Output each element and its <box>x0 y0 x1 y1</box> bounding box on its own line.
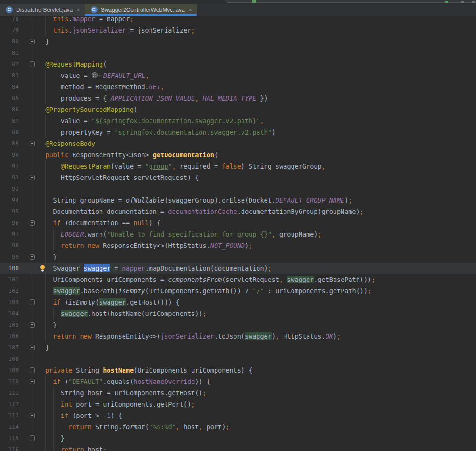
code-line[interactable]: 90 public ResponseEntity<Json> getDocume… <box>0 149 476 161</box>
code-text[interactable]: value = "${springfox.documentation.swagg… <box>38 115 264 127</box>
code-line[interactable]: 109 private String hostName(UriComponent… <box>0 365 476 376</box>
code-text[interactable]: swagger.basePath(isEmpty(uriComponents.g… <box>38 285 371 297</box>
code-text[interactable]: Swagger swagger = mapper.mapDocumentatio… <box>38 263 272 274</box>
code-line[interactable]: 94 String groupName = ofNullable(swagger… <box>0 195 476 206</box>
code-line[interactable]: 115 } <box>0 433 476 444</box>
code-line[interactable]: 93 <box>0 183 476 195</box>
code-line[interactable]: 112 int port = uriComponents.getPort(); <box>0 399 476 410</box>
token-d: value = <box>38 72 92 79</box>
code-line[interactable]: 96 if (documentation == null) { <box>0 217 476 229</box>
fold-end-icon[interactable] <box>30 39 35 44</box>
toolbar-icon[interactable] <box>461 1 464 3</box>
code-line[interactable]: 100 Swagger swagger = mapper.mapDocument… <box>0 263 476 274</box>
code-text[interactable]: } <box>38 36 49 47</box>
code-text[interactable]: int port = uriComponents.getPort(); <box>38 399 195 410</box>
fold-range-line <box>33 93 33 104</box>
code-text[interactable]: value = DEFAULT_URL, <box>38 70 149 81</box>
code-line[interactable]: 81 <box>0 47 476 59</box>
tab-swagger2controllerwebmvc[interactable]: C Swagger2ControllerWebMvc.java × <box>85 4 197 16</box>
code-text[interactable]: if (isEmpty(swagger.getHost())) { <box>38 297 180 308</box>
run-search-widget[interactable] <box>225 0 476 3</box>
code-line[interactable]: 83 value = DEFAULT_URL, <box>0 70 476 81</box>
code-text[interactable]: if (port > -1) { <box>38 410 122 421</box>
fold-start-icon[interactable] <box>30 379 35 384</box>
code-line[interactable]: 85 produces = { APPLICATION_JSON_VALUE, … <box>0 93 476 104</box>
code-line[interactable]: 86 @PropertySourcedMapping( <box>0 104 476 115</box>
fold-start-icon[interactable] <box>30 299 35 305</box>
code-line[interactable]: 92 HttpServletRequest servletRequest) { <box>0 172 476 183</box>
code-line[interactable]: 107 } <box>0 342 476 353</box>
code-line[interactable]: 105 } <box>0 319 476 331</box>
toolbar-run-icon[interactable] <box>445 1 448 3</box>
code-line[interactable]: 82 @RequestMapping( <box>0 59 476 70</box>
code-line[interactable]: 99 } <box>0 251 476 263</box>
fold-end-icon[interactable] <box>30 435 35 441</box>
code-editor[interactable]: 78 this.mapper = mapper;79 this.jsonSeri… <box>0 13 476 451</box>
code-line[interactable]: 95 Documentation documentation = documen… <box>0 206 476 217</box>
code-text[interactable]: produces = { APPLICATION_JSON_VALUE, HAL… <box>38 93 268 104</box>
fold-end-icon[interactable] <box>30 141 35 146</box>
code-text[interactable]: @RequestMapping( <box>38 59 107 70</box>
code-line[interactable]: 80 } <box>0 36 476 47</box>
code-line[interactable]: 111 String host = uriComponents.getHost(… <box>0 387 476 399</box>
close-icon[interactable]: × <box>189 7 192 13</box>
code-text[interactable]: public ResponseEntity<Json> getDocumenta… <box>38 149 218 161</box>
code-line[interactable]: 110 if ("DEFAULT".equals(hostNameOverrid… <box>0 376 476 387</box>
code-text[interactable]: return new ResponseEntity<>(jsonSerializ… <box>38 331 341 342</box>
code-line[interactable]: 91 @RequestParam(value = "group", requir… <box>0 161 476 172</box>
code-text[interactable]: String host = uriComponents.getHost(); <box>38 387 207 399</box>
fold-start-icon[interactable] <box>30 413 35 418</box>
code-text[interactable]: if (documentation == null) { <box>38 217 160 229</box>
token-k: ; <box>268 264 272 272</box>
token-k: ; <box>371 276 375 283</box>
fold-start-icon[interactable] <box>30 220 35 226</box>
code-text[interactable]: return new ResponseEntity<>(HttpStatus.N… <box>38 240 252 251</box>
code-line[interactable]: 108 <box>0 353 476 365</box>
code-text[interactable]: Documentation documentation = documentat… <box>38 206 364 217</box>
code-line[interactable]: 89 @ResponseBody <box>0 138 476 149</box>
fold-end-icon[interactable] <box>30 254 35 260</box>
inlay-hint-icon[interactable] <box>92 72 103 79</box>
code-text[interactable]: String groupName = ofNullable(swaggerGro… <box>38 195 352 206</box>
code-line[interactable]: 79 this.jsonSerializer = jsonSerializer; <box>0 25 476 36</box>
code-text[interactable]: private String hostName(UriComponents ur… <box>38 365 252 376</box>
code-text[interactable]: } <box>38 342 49 353</box>
fold-end-icon[interactable] <box>30 345 35 350</box>
code-text[interactable]: @RequestParam(value = "group", required … <box>38 161 326 172</box>
code-text[interactable]: this.jsonSerializer = jsonSerializer; <box>38 25 195 36</box>
code-line[interactable]: 101 UriComponents uriComponents = compon… <box>0 274 476 285</box>
code-line[interactable]: 116 return host; <box>0 444 476 451</box>
code-line[interactable]: 102 swagger.basePath(isEmpty(uriComponen… <box>0 285 476 297</box>
code-text[interactable]: if ("DEFAULT".equals(hostNameOverride)) … <box>38 376 210 387</box>
code-text[interactable]: } <box>38 433 65 444</box>
code-text[interactable]: method = RequestMethod.GET, <box>38 81 164 93</box>
code-line[interactable]: 113 if (port > -1) { <box>0 410 476 421</box>
fold-end-icon[interactable] <box>30 322 35 328</box>
code-text[interactable]: @ResponseBody <box>38 138 95 149</box>
code-line[interactable]: 98 return new ResponseEntity<>(HttpStatu… <box>0 240 476 251</box>
close-icon[interactable]: × <box>76 7 80 13</box>
code-line[interactable]: 106 return new ResponseEntity<>(jsonSeri… <box>0 331 476 342</box>
code-line[interactable]: 84 method = RequestMethod.GET, <box>0 81 476 93</box>
toolbar-icon[interactable] <box>472 1 475 3</box>
code-text[interactable]: UriComponents uriComponents = components… <box>38 274 375 285</box>
code-text[interactable]: propertyKey = "springfox.documentation.s… <box>38 127 276 138</box>
fold-start-icon[interactable] <box>30 61 35 67</box>
code-line[interactable]: 87 value = "${springfox.documentation.sw… <box>0 115 476 127</box>
code-text[interactable]: return host; <box>38 444 107 451</box>
fold-start-icon[interactable] <box>30 367 35 373</box>
code-line[interactable]: 104 swagger.host(hostName(uriComponents)… <box>0 308 476 319</box>
code-line[interactable]: 97 LOGGER.warn("Unable to find specifica… <box>0 229 476 240</box>
code-line[interactable]: 114 return String.format("%s:%d", host, … <box>0 421 476 433</box>
tab-dispatcherservlet[interactable]: C DispatcherServlet.java × <box>0 4 85 16</box>
code-line[interactable]: 88 propertyKey = "springfox.documentatio… <box>0 127 476 138</box>
code-text[interactable]: LOGGER.warn("Unable to find specificatio… <box>38 229 322 240</box>
code-text[interactable]: @PropertySourcedMapping( <box>38 104 137 115</box>
code-text[interactable]: HttpServletRequest servletRequest) { <box>38 172 199 183</box>
code-text[interactable]: } <box>38 319 57 331</box>
code-text[interactable]: } <box>38 251 57 263</box>
code-line[interactable]: 103 if (isEmpty(swagger.getHost())) { <box>0 297 476 308</box>
code-text[interactable]: return String.format("%s:%d", host, port… <box>38 421 230 433</box>
code-text[interactable]: swagger.host(hostName(uriComponents)); <box>38 308 207 319</box>
fold-start-icon[interactable] <box>30 175 35 180</box>
